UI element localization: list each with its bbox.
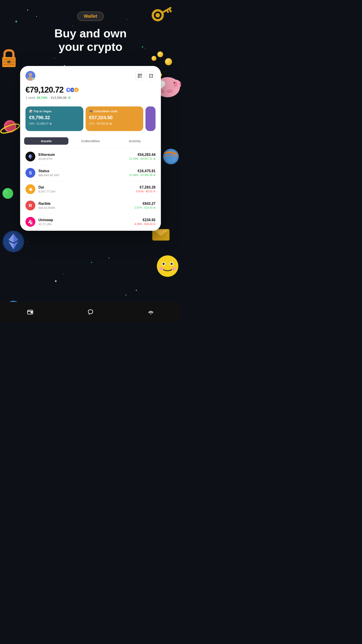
- sparkle-1: ✦: [14, 19, 18, 24]
- asset-values-snt: €16,475.81 31.96% · €3,990.46 ⊕: [129, 169, 156, 177]
- svg-rect-68: [151, 77, 151, 78]
- asset-icon-eth: [25, 152, 35, 162]
- asset-balance-rari: 634.63 RARI: [38, 206, 134, 210]
- vault-card-collectibles[interactable]: 🎮 Collectibles vault €57,324.50 21% · €9…: [86, 106, 143, 131]
- svg-rect-39: [152, 229, 169, 240]
- svg-rect-3: [169, 9, 172, 12]
- hero-text: Buy and own your crypto: [0, 27, 181, 54]
- avatar-wrap[interactable]: [25, 71, 35, 81]
- nav-wallet[interactable]: [27, 309, 33, 315]
- svg-point-29: [163, 149, 179, 164]
- card-header: [20, 66, 161, 83]
- asset-values-eth: €54,283.44 21.45% · €9,587.31 ⊕: [129, 153, 156, 160]
- vault-label-collectibles: 🎮 Collectibles vault: [89, 110, 140, 113]
- asset-name-eth: Ethereum: [38, 153, 129, 157]
- sparkle-8: ✦: [90, 261, 93, 264]
- svg-marker-36: [8, 234, 13, 242]
- wallet-pill: Wallet: [77, 12, 104, 21]
- asset-row-dai[interactable]: ◈ Dai 8,007.77 DAI €7,283.28 0.01% · €0.…: [20, 181, 161, 198]
- asset-row-ethereum[interactable]: Ethereum 23.09 ETH €54,283.44 21.45% · €…: [20, 148, 161, 165]
- svg-rect-7: [7, 60, 10, 64]
- svg-point-43: [162, 262, 165, 266]
- svg-rect-71: [151, 76, 151, 76]
- asset-info-rari: Rarible 634.63 RARI: [38, 202, 134, 210]
- svg-rect-10: [2, 62, 16, 64]
- asset-change-snt: 31.96% · €3,990.46 ⊕: [129, 174, 156, 177]
- svg-rect-70: [152, 75, 153, 76]
- lock-decoration: [1, 49, 17, 68]
- svg-rect-6: [3, 58, 14, 66]
- change-pct: 20.74%: [37, 96, 47, 100]
- balance-row: €79,120.72 S ◈: [25, 85, 156, 94]
- tab-assets[interactable]: Assets: [24, 137, 68, 145]
- svg-point-32: [4, 190, 8, 194]
- coin-3: [151, 56, 156, 61]
- svg-rect-5: [2, 57, 16, 67]
- qr-button[interactable]: [147, 71, 156, 80]
- asset-fiat-uni: €234.92: [134, 218, 156, 222]
- emoji-decoration: [156, 255, 179, 277]
- asset-row-uniswap[interactable]: 🦄 Uniswap 40.72 UNI €234.92 4.25% · €10.…: [20, 214, 161, 230]
- phone-card: €79,120.72 S ◈ 1 week 20.74% · €1: [20, 66, 161, 231]
- svg-rect-65: [150, 77, 150, 77]
- asset-change-uni: 4.25% · €10.43 ⊖: [134, 222, 156, 226]
- wallet-title: Wallet: [84, 14, 97, 18]
- svg-marker-37: [13, 242, 18, 249]
- asset-fiat-rari: €843.27: [134, 202, 156, 206]
- vault-label-vegas: 🎲 Trip to Vegas: [29, 110, 80, 113]
- avatar-online-dot: [33, 78, 35, 80]
- eth-coin-decoration: [2, 230, 24, 253]
- svg-rect-55: [140, 74, 142, 75]
- svg-point-48: [172, 267, 176, 270]
- asset-icon-uni: 🦄: [25, 217, 35, 227]
- hero-line1: Buy and own: [54, 27, 127, 40]
- up-arrow: ⊕: [68, 96, 71, 100]
- svg-point-83: [150, 314, 151, 314]
- asset-icon-dai: ◈: [25, 184, 35, 194]
- asset-row-status[interactable]: S Status 866,844.86 SNT €16,475.81 31.96…: [20, 165, 161, 181]
- vault-amount-vegas: €9,796.32: [29, 115, 80, 120]
- balance-amount: €79,120.72: [25, 85, 63, 94]
- asset-fiat-snt: €16,475.81: [129, 169, 156, 173]
- asset-values-rari: €843.27 2.87% · €23.53 ⊕: [134, 202, 156, 209]
- planet2-decoration: [162, 148, 180, 166]
- svg-point-21: [173, 84, 178, 87]
- nav-chat[interactable]: [87, 309, 94, 315]
- sparkle-2: ✦: [81, 32, 84, 35]
- svg-rect-2: [161, 7, 172, 14]
- asset-info-snt: Status 866,844.86 SNT: [38, 169, 129, 177]
- vault-card-vegas[interactable]: 🎲 Trip to Vegas €9,796.32 24% · €1,896.0…: [25, 106, 83, 131]
- asset-balance-eth: 23.09 ETH: [38, 157, 129, 160]
- svg-point-20: [174, 82, 175, 84]
- svg-point-16: [170, 80, 181, 90]
- nav-wifi[interactable]: [148, 309, 154, 315]
- coin-1: [165, 58, 172, 65]
- change-val: €13,590.88: [51, 96, 67, 100]
- asset-row-rarible[interactable]: R Rarible 634.63 RARI €843.27 2.87% · €2…: [20, 198, 161, 214]
- asset-balance-uni: 40.72 UNI: [38, 222, 134, 226]
- svg-marker-28: [179, 82, 181, 86]
- asset-change-dai: 0.01% · €0.01 ⊖: [136, 190, 156, 193]
- bottom-nav: [0, 302, 181, 322]
- svg-point-13: [5, 122, 14, 131]
- svg-rect-69: [149, 75, 150, 76]
- asset-balance-snt: 866,844.86 SNT: [38, 174, 129, 177]
- phone-inner: €79,120.72 S ◈ 1 week 20.74% · €1: [20, 66, 161, 231]
- scan-button[interactable]: [135, 71, 144, 80]
- vault-card-extra[interactable]: [145, 106, 156, 131]
- svg-point-30: [165, 150, 177, 163]
- asset-list: Ethereum 23.09 ETH €54,283.44 21.45% · €…: [20, 148, 161, 231]
- asset-name-uni: Uniswap: [38, 218, 134, 222]
- svg-point-34: [4, 232, 23, 251]
- svg-point-14: [0, 122, 20, 134]
- svg-point-47: [159, 267, 164, 270]
- svg-point-52: [28, 73, 32, 76]
- change-period: 1 week: [25, 96, 35, 100]
- svg-point-18: [167, 90, 173, 93]
- tab-collectibles[interactable]: Collectibles: [68, 137, 113, 145]
- sparkle-3: ✦: [141, 45, 144, 49]
- tab-activity[interactable]: Activity: [113, 137, 157, 145]
- balance-section: €79,120.72 S ◈ 1 week 20.74% · €1: [20, 83, 161, 103]
- asset-fiat-eth: €54,283.44: [129, 153, 156, 157]
- asset-icon-snt: S: [25, 168, 35, 178]
